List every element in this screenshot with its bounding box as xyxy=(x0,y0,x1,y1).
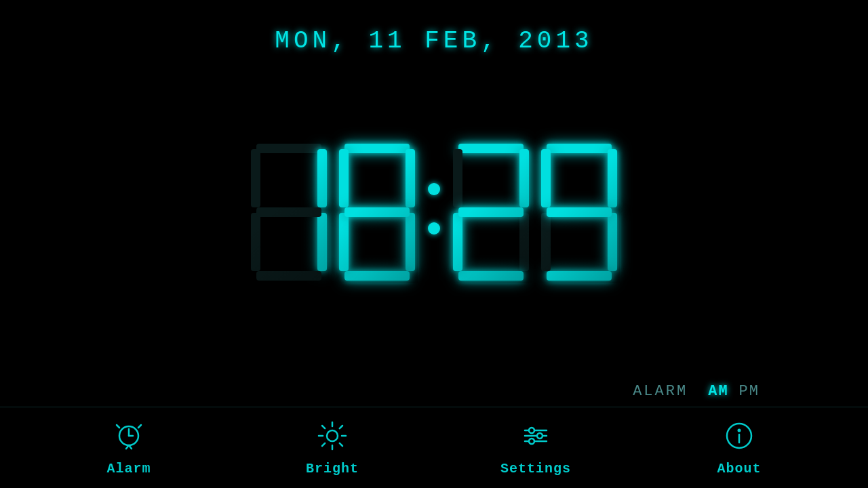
settings-icon xyxy=(519,420,552,455)
svg-point-19 xyxy=(529,428,534,433)
svg-line-13 xyxy=(340,443,342,445)
svg-line-12 xyxy=(322,426,325,428)
settings-label: Settings xyxy=(500,461,571,476)
pm-indicator: PM xyxy=(739,383,760,400)
alarm-icon xyxy=(113,420,145,455)
svg-point-7 xyxy=(327,430,338,441)
about-label: About xyxy=(717,461,761,476)
about-icon xyxy=(723,420,755,455)
svg-line-15 xyxy=(322,443,325,445)
nav-about[interactable]: About xyxy=(678,420,800,476)
svg-point-20 xyxy=(537,433,542,439)
svg-line-4 xyxy=(138,425,141,428)
bright-icon xyxy=(316,420,349,455)
bottom-navigation: Alarm Bright xyxy=(0,407,868,488)
nav-settings[interactable]: Settings xyxy=(475,420,597,476)
bright-label: Bright xyxy=(306,461,359,476)
svg-point-21 xyxy=(529,439,534,444)
digit-1 xyxy=(248,141,330,283)
svg-line-14 xyxy=(340,426,342,428)
svg-point-24 xyxy=(738,429,741,431)
am-indicator: AM xyxy=(708,383,728,400)
digit-3 xyxy=(450,141,532,283)
alarm-label: Alarm xyxy=(106,461,151,476)
nav-alarm[interactable]: Alarm xyxy=(68,420,190,476)
indicators: ALARM AM PM xyxy=(633,383,760,400)
clock-area xyxy=(248,41,620,383)
ampm-group: AM PM xyxy=(708,383,760,400)
time-display xyxy=(248,141,620,283)
alarm-indicator: ALARM xyxy=(633,383,688,400)
colon-separator xyxy=(428,183,440,235)
digit-2 xyxy=(336,141,418,283)
digit-4 xyxy=(538,141,620,283)
svg-line-3 xyxy=(117,425,119,428)
nav-bright[interactable]: Bright xyxy=(271,420,393,476)
